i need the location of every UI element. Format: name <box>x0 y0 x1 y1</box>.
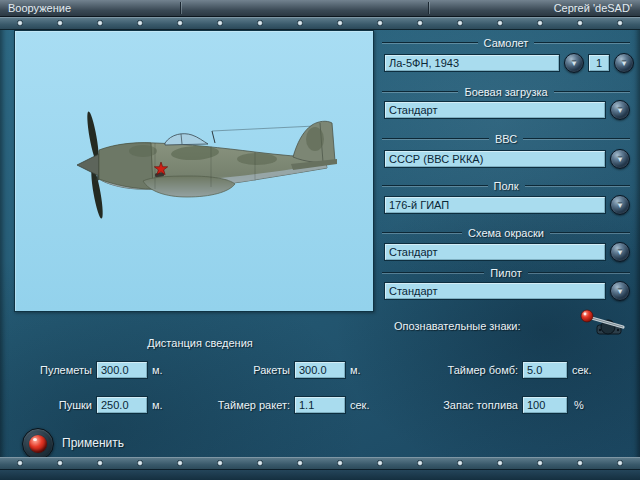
paint-scheme-section-label: Схема окраски <box>382 227 630 239</box>
rivet-strip-top <box>0 17 640 30</box>
airforce-dropdown-button[interactable]: ▾ <box>610 149 630 169</box>
separator-line <box>550 232 630 234</box>
titlebar-separator <box>428 2 429 14</box>
separator-line <box>528 272 630 274</box>
separator-line <box>382 91 458 93</box>
paint-scheme-section-label-text: Схема окраски <box>468 227 544 239</box>
chevron-down-icon: ▾ <box>618 248 623 257</box>
cannons-unit: м. <box>152 399 163 411</box>
fuel-label: Запас топлива <box>428 399 518 411</box>
player-name: Сергей 'deSAD' <box>554 0 632 16</box>
aircraft-section-label: Самолет <box>382 37 630 49</box>
paint-scheme-dropdown-button[interactable]: ▾ <box>610 242 630 262</box>
pilot-section-label-text: Пилот <box>490 267 522 279</box>
titlebar: Вооружение Сергей 'deSAD' <box>0 0 640 17</box>
aircraft-count-input[interactable] <box>588 54 610 72</box>
paint-scheme-select[interactable]: Стандарт <box>384 243 606 261</box>
separator-line <box>382 42 478 44</box>
rockets-unit: м. <box>350 364 361 376</box>
bomb-timer-input[interactable] <box>522 361 568 379</box>
cannons-label: Пушки <box>20 399 92 411</box>
aircraft-dropdown-button[interactable]: ▾ <box>564 53 584 73</box>
rocket-timer-label: Таймер ракет: <box>216 399 290 411</box>
separator-line <box>554 91 630 93</box>
chevron-down-icon: ▾ <box>618 201 623 210</box>
separator-line <box>382 232 462 234</box>
loadout-section-label: Боевая загрузка <box>382 86 630 98</box>
regiment-select[interactable]: 176-й ГИАП <box>384 196 606 214</box>
separator-line <box>382 272 484 274</box>
loadout-section-label-text: Боевая загрузка <box>464 86 547 98</box>
machineguns-label: Пулеметы <box>20 364 92 376</box>
aircraft-section-label-text: Самолет <box>484 37 529 49</box>
separator-line <box>525 185 631 187</box>
regiment-row: 176-й ГИАП ▾ <box>384 195 630 215</box>
airforce-select[interactable]: СССР (ВВС РККА) <box>384 150 606 168</box>
airforce-row: СССР (ВВС РККА) ▾ <box>384 149 630 169</box>
regiment-section-label-text: Полк <box>494 180 519 192</box>
chevron-down-icon: ▾ <box>618 106 623 115</box>
paint-scheme-row: Стандарт ▾ <box>384 242 630 262</box>
pilot-section-label: Пилот <box>382 267 630 279</box>
aircraft-preview <box>14 30 374 312</box>
screen-title: Вооружение <box>8 0 71 16</box>
regiment-section-label: Полк <box>382 180 630 192</box>
machineguns-unit: м. <box>152 364 163 376</box>
bottom-edge <box>0 469 640 480</box>
aircraft-row: Ла-5ФН, 1943 ▾ ▾ <box>384 53 634 73</box>
loadout-row: Стандарт ▾ <box>384 100 630 120</box>
markings-label: Опознавательные знаки: <box>394 320 521 332</box>
convergence-title: Дистанция сведения <box>100 337 300 349</box>
armament-screen: Вооружение Сергей 'deSAD' <box>0 0 640 480</box>
bomb-timer-label: Таймер бомб: <box>428 364 518 376</box>
aircraft-select[interactable]: Ла-5ФН, 1943 <box>384 54 560 72</box>
separator-line <box>382 185 488 187</box>
toggle-knob <box>581 310 593 322</box>
airforce-section-label-text: ВВС <box>495 133 517 145</box>
chevron-down-icon: ▾ <box>618 287 623 296</box>
separator-line <box>534 42 630 44</box>
loadout-dropdown-button[interactable]: ▾ <box>610 100 630 120</box>
apply-label: Применить <box>62 436 124 450</box>
rockets-input[interactable] <box>294 361 346 379</box>
chevron-down-icon: ▾ <box>618 155 623 164</box>
markings-toggle[interactable] <box>578 308 630 338</box>
cannons-input[interactable] <box>96 396 148 414</box>
pilot-select[interactable]: Стандарт <box>384 282 606 300</box>
chevron-down-icon: ▾ <box>622 59 627 68</box>
apply-button-knob <box>29 435 47 453</box>
rockets-label: Ракеты <box>216 364 290 376</box>
pilot-row: Стандарт ▾ <box>384 281 630 301</box>
airforce-section-label: ВВС <box>382 133 630 145</box>
regiment-dropdown-button[interactable]: ▾ <box>610 195 630 215</box>
pilot-dropdown-button[interactable]: ▾ <box>610 281 630 301</box>
aircraft-image <box>15 31 371 309</box>
aircraft-count-button[interactable]: ▾ <box>614 53 634 73</box>
bomb-timer-unit: сек. <box>572 364 592 376</box>
loadout-select[interactable]: Стандарт <box>384 101 606 119</box>
chevron-down-icon: ▾ <box>572 59 577 68</box>
separator-line <box>523 138 630 140</box>
titlebar-separator <box>180 2 181 14</box>
apply-button[interactable] <box>22 428 54 460</box>
fuel-input[interactable] <box>522 396 568 414</box>
fuel-unit: % <box>574 399 584 411</box>
machineguns-input[interactable] <box>96 361 148 379</box>
rocket-timer-unit: сек. <box>350 399 370 411</box>
separator-line <box>382 138 489 140</box>
rocket-timer-input[interactable] <box>294 396 346 414</box>
